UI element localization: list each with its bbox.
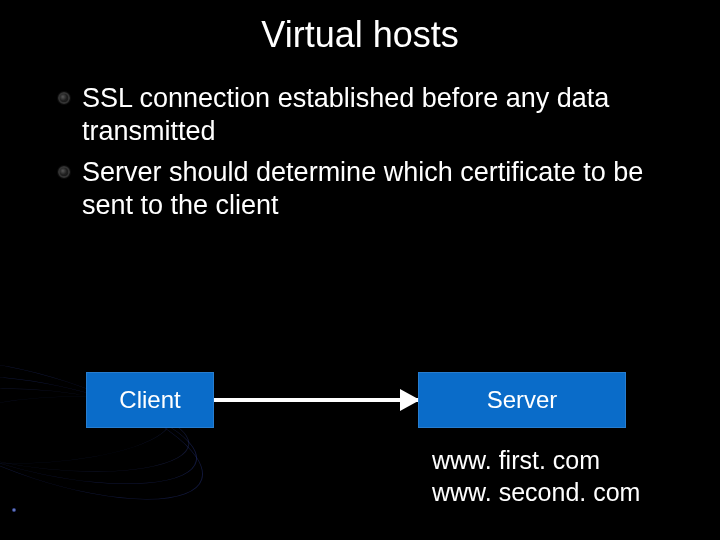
server-label: Server xyxy=(487,386,558,414)
arrow-icon xyxy=(214,398,418,402)
slide: Virtual hosts SSL connection established… xyxy=(0,0,720,540)
bullet-icon xyxy=(58,166,70,178)
client-label: Client xyxy=(119,386,180,414)
host-item: www. second. com xyxy=(432,476,640,508)
bullet-list: SSL connection established before any da… xyxy=(0,82,720,222)
host-item: www. first. com xyxy=(432,444,640,476)
slide-title: Virtual hosts xyxy=(0,14,720,56)
bullet-text: Server should determine which certificat… xyxy=(82,156,680,222)
list-item: Server should determine which certificat… xyxy=(58,156,680,222)
server-box: Server xyxy=(418,372,626,428)
host-list: www. first. com www. second. com xyxy=(432,444,640,508)
bullet-text: SSL connection established before any da… xyxy=(82,82,680,148)
list-item: SSL connection established before any da… xyxy=(58,82,680,148)
client-box: Client xyxy=(86,372,214,428)
bullet-icon xyxy=(58,92,70,104)
